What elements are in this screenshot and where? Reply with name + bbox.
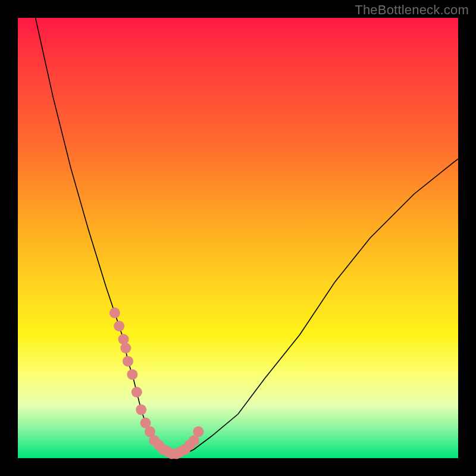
watermark-text: TheBottleneck.com (355, 2, 469, 18)
chart-svg (18, 18, 458, 458)
highlight-dot (123, 356, 133, 367)
bottleneck-curve (36, 18, 458, 454)
highlight-dots (109, 308, 204, 459)
highlight-dot (127, 369, 137, 380)
highlight-dot (193, 427, 203, 437)
highlight-dot (136, 405, 146, 415)
highlight-dot (131, 387, 142, 397)
highlight-dot (120, 343, 131, 353)
chart-frame: TheBottleneck.com (0, 0, 476, 476)
highlight-dot (114, 321, 124, 331)
highlight-dot (109, 308, 120, 318)
chart-plot-area (18, 18, 458, 458)
